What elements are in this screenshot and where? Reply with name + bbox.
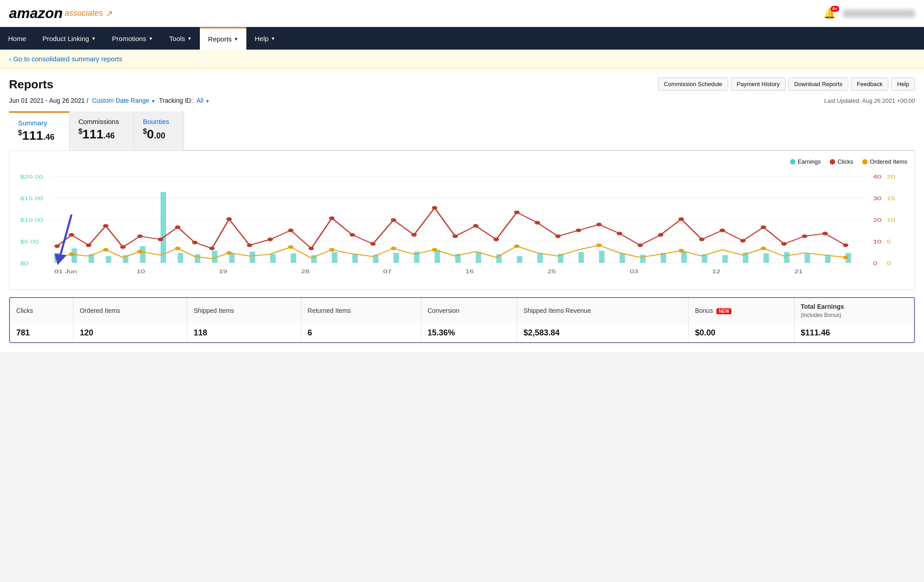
svg-point-64	[103, 224, 108, 228]
svg-rect-56	[763, 253, 769, 263]
payment-history-button[interactable]: Payment History	[731, 78, 785, 91]
nav-tools[interactable]: Tools ▼	[161, 27, 200, 50]
nav-home[interactable]: Home	[0, 27, 34, 50]
col-header-clicks: Clicks	[10, 298, 73, 324]
earnings-dot	[790, 159, 795, 165]
svg-point-108	[288, 245, 293, 249]
col-header-shipped-revenue: Shipped Items Revenue	[517, 298, 688, 324]
svg-rect-33	[291, 253, 296, 263]
feedback-button[interactable]: Feedback	[851, 78, 888, 91]
tab-commissions-amount: $111.46	[79, 127, 119, 142]
svg-text:30: 30	[873, 196, 882, 201]
svg-point-114	[679, 249, 684, 252]
svg-point-95	[720, 229, 725, 232]
svg-rect-23	[106, 256, 111, 263]
svg-rect-36	[352, 254, 358, 263]
svg-text:10: 10	[137, 269, 145, 274]
chevron-down-icon: ▼	[91, 36, 96, 41]
banner: ‹ Go to consolidated summary reports	[0, 50, 924, 69]
val-conversion: 15.36%	[421, 324, 517, 342]
stats-table-wrap: Clicks Ordered Items Shipped Items Retur…	[9, 297, 915, 343]
val-clicks: 781	[10, 324, 73, 342]
svg-point-103	[69, 252, 74, 256]
nav-help[interactable]: Help ▼	[246, 27, 283, 50]
chevron-down-icon: ▼	[148, 36, 153, 41]
col-header-shipped-items: Shipped Items	[187, 298, 301, 324]
svg-point-71	[226, 217, 232, 221]
table-row: 781 120 118 6 15.36% $2,583.84 $0.00 $11…	[10, 324, 914, 342]
top-buttons: Commission Schedule Payment History Down…	[658, 78, 915, 91]
svg-point-65	[120, 245, 125, 249]
svg-point-70	[209, 247, 215, 250]
svg-point-93	[679, 217, 684, 221]
svg-point-62	[69, 233, 74, 237]
svg-rect-50	[640, 255, 646, 263]
svg-text:0: 0	[887, 261, 891, 266]
commission-schedule-button[interactable]: Commission Schedule	[658, 78, 728, 91]
chevron-down-icon: ▼	[205, 99, 210, 104]
svg-text:10: 10	[887, 217, 895, 223]
val-bonus: $0.00	[688, 324, 794, 342]
custom-date-range-link[interactable]: Custom Date Range ▼	[92, 97, 156, 104]
logo-smile-icon: ↗	[106, 8, 113, 19]
svg-point-90	[617, 232, 622, 235]
svg-rect-45	[537, 253, 543, 263]
main-nav: Home Product Linking ▼ Promotions ▼ Tool…	[0, 27, 924, 50]
logo: amazon associates ↗	[9, 5, 113, 22]
svg-point-79	[391, 218, 396, 222]
svg-point-116	[843, 256, 848, 259]
col-header-total-earnings: Total Earnings (Includes Bonus)	[794, 298, 914, 324]
col-header-ordered-items: Ordered Items	[73, 298, 187, 324]
svg-text:20: 20	[873, 217, 882, 223]
svg-point-85	[514, 211, 519, 214]
chevron-down-icon: ▼	[234, 37, 239, 41]
date-row: Jun 01 2021 - Aug 26 2021 / Custom Date …	[9, 97, 915, 104]
svg-text:$0: $0	[20, 261, 29, 266]
svg-text:15: 15	[887, 196, 895, 201]
tab-commissions-label: Commissions	[79, 118, 119, 125]
svg-point-104	[103, 248, 108, 252]
tab-commissions[interactable]: Commissions $111.46	[69, 111, 134, 151]
nav-reports[interactable]: Reports ▼	[200, 27, 246, 50]
svg-text:$5.00: $5.00	[20, 239, 39, 244]
notification-badge: 4+	[831, 6, 839, 12]
tab-bounties[interactable]: Bounties $0.00	[134, 111, 184, 151]
val-returned-items: 6	[301, 324, 421, 342]
svg-text:40: 40	[873, 174, 882, 179]
tab-summary[interactable]: Summary $111.46	[9, 111, 69, 151]
svg-point-69	[192, 241, 198, 244]
svg-text:0: 0	[873, 261, 877, 266]
svg-point-74	[288, 229, 293, 232]
tracking-label: Tracking ID:	[159, 97, 193, 104]
help-button[interactable]: Help	[891, 78, 915, 91]
svg-point-96	[740, 239, 745, 243]
svg-text:10: 10	[873, 239, 882, 244]
svg-rect-58	[804, 254, 810, 263]
svg-rect-38	[393, 253, 399, 263]
tab-summary-amount: $111.46	[18, 128, 55, 143]
nav-product-linking[interactable]: Product Linking ▼	[34, 27, 104, 50]
svg-point-100	[822, 232, 828, 235]
tracking-id-link[interactable]: All ▼	[197, 97, 210, 104]
total-earnings-sub: (Includes Bonus)	[801, 312, 841, 318]
download-reports-button[interactable]: Download Reports	[788, 78, 848, 91]
consolidated-reports-link[interactable]: ‹ Go to consolidated summary reports	[9, 55, 122, 63]
svg-point-94	[699, 238, 704, 241]
svg-point-76	[329, 216, 334, 220]
svg-point-88	[576, 229, 581, 232]
svg-point-73	[268, 238, 273, 241]
svg-rect-28	[195, 254, 200, 263]
svg-point-86	[535, 221, 540, 225]
svg-point-110	[391, 247, 396, 250]
nav-promotions[interactable]: Promotions ▼	[104, 27, 161, 50]
svg-point-101	[843, 243, 848, 247]
top-header: amazon associates ↗ 🔔 4+	[0, 0, 924, 27]
svg-point-89	[596, 223, 602, 226]
new-badge: NEW	[716, 308, 731, 314]
svg-rect-54	[722, 255, 728, 263]
notification-button[interactable]: 🔔 4+	[823, 8, 836, 19]
svg-text:25: 25	[548, 269, 556, 274]
svg-point-106	[175, 247, 180, 250]
svg-point-109	[329, 248, 334, 252]
col-header-conversion: Conversion	[421, 298, 517, 324]
